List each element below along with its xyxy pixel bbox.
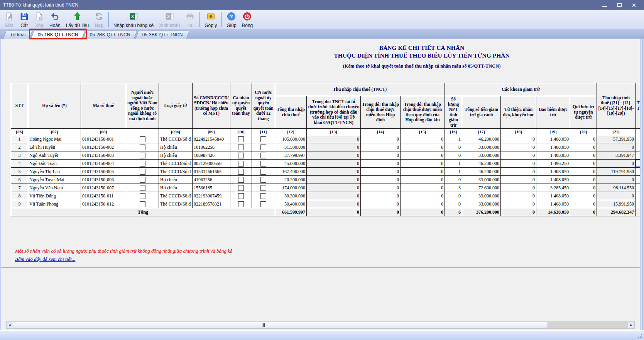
cell-foreign[interactable] xyxy=(126,192,159,200)
cell-c17[interactable]: 46.200.000 xyxy=(462,135,501,143)
cell-docnum[interactable]: 015334661665 xyxy=(193,168,230,176)
cell-c12[interactable]: 50.400.000 xyxy=(275,200,307,208)
cell-auth[interactable] xyxy=(230,168,252,176)
tab-05-2bk-qtt-tncn[interactable]: 05-2BK-QTT-TNCN xyxy=(83,30,137,39)
cell-foreign[interactable] xyxy=(126,184,159,192)
cell-c17[interactable]: 33.000.000 xyxy=(462,200,501,208)
cell-c19[interactable]: 3.285.450 xyxy=(536,184,570,192)
cell-c16[interactable]: 1 xyxy=(445,160,462,168)
cell-c12[interactable]: 20.200.000 xyxy=(275,176,307,184)
maximize-button[interactable] xyxy=(615,2,623,8)
checkbox-unchecked[interactable] xyxy=(260,177,266,183)
cell-c15[interactable]: 0 xyxy=(401,200,445,208)
cell-name[interactable]: Vũ Tuấn Phong xyxy=(28,200,81,208)
checkbox-unchecked[interactable] xyxy=(140,169,145,175)
resize-grip-icon[interactable] xyxy=(638,334,643,339)
cell-auth[interactable] xyxy=(230,143,252,151)
cell-docnum[interactable]: 15566185 xyxy=(193,184,230,192)
cell-doctype[interactable]: Thẻ CCCD/Số đ xyxy=(159,135,193,143)
checkbox-unchecked[interactable] xyxy=(260,153,266,158)
cell-c20[interactable]: 0 xyxy=(570,176,597,184)
cell-foreign[interactable] xyxy=(126,135,159,143)
cell-auth[interactable] xyxy=(230,151,252,160)
cell-c14[interactable]: 0 xyxy=(361,184,401,192)
cell-c15[interactable]: 0 xyxy=(401,143,445,151)
cell-name[interactable]: Hoàng Ngọc Mai xyxy=(28,135,81,143)
cell-c13[interactable]: 0 xyxy=(307,200,361,208)
cell-cn12[interactable] xyxy=(252,160,275,168)
checkbox-unchecked[interactable] xyxy=(238,136,244,142)
cell-auth[interactable] xyxy=(230,176,252,184)
cell-stt[interactable]: 5 xyxy=(11,168,28,176)
cell-stt[interactable]: 2 xyxy=(11,143,28,151)
cell-c14[interactable]: 0 xyxy=(361,143,401,151)
view-details-link[interactable]: Bấm vào đây để xem chi tiết... xyxy=(15,256,75,262)
cell-docnum[interactable]: 101062258 xyxy=(193,143,230,151)
cell-name[interactable]: Nguyễn Thị Lan xyxy=(28,168,81,176)
checkbox-unchecked[interactable] xyxy=(238,153,244,158)
checkbox-unchecked[interactable] xyxy=(238,201,244,207)
cell-mst[interactable]: 0101243150-011 xyxy=(81,192,126,200)
toolbar-button-dong[interactable]: Đóng xyxy=(239,11,256,29)
cell-name[interactable]: Lê Thị Huyền xyxy=(28,143,81,151)
cell-c18[interactable]: 0 xyxy=(501,168,536,176)
cell-docnum[interactable]: 002129300556 xyxy=(193,160,230,168)
cell-c19[interactable]: 1.408.050 xyxy=(536,168,570,176)
toolbar-button-nhap-khau-bang-ke[interactable]: XNhập khẩu bảng kê xyxy=(111,11,156,29)
checkbox-unchecked[interactable] xyxy=(238,169,244,175)
cell-c13[interactable]: 0 xyxy=(307,192,361,200)
cell-doctype[interactable]: Thẻ CCCD/Số đ xyxy=(159,168,193,176)
cell-c19[interactable]: 1.408.050 xyxy=(536,151,570,160)
cell-c20[interactable]: 0 xyxy=(570,160,597,168)
cell-doctype[interactable]: Thẻ CCCD/Số đ xyxy=(159,192,193,200)
cell-c18[interactable]: 0 xyxy=(501,192,536,200)
cell-c21[interactable]: 119.791.950 xyxy=(597,168,636,176)
scroll-right-arrow[interactable]: ► xyxy=(628,322,634,328)
cell-c19[interactable]: 1.408.050 xyxy=(536,135,570,143)
scrollbar-track[interactable] xyxy=(547,322,628,328)
cell-c14[interactable]: 0 xyxy=(361,151,401,160)
cell-foreign[interactable] xyxy=(126,160,159,168)
cell-auth[interactable] xyxy=(230,192,252,200)
cell-c20[interactable]: 0 xyxy=(570,135,597,143)
cell-foreign[interactable] xyxy=(126,168,159,176)
cell-mst[interactable]: 0101243150-002 xyxy=(81,143,126,151)
cell-c13[interactable]: 0 xyxy=(307,176,361,184)
cell-doctype[interactable]: Thẻ CCCD/Số đ xyxy=(159,200,193,208)
cell-foreign[interactable] xyxy=(126,151,159,160)
cell-c14[interactable]: 0 xyxy=(361,135,401,143)
cell-c21[interactable]: 57.391.950 xyxy=(597,135,636,143)
horizontal-scrollbar[interactable]: ◄ ► xyxy=(6,321,635,329)
toolbar-button-lay-du-lieu[interactable]: Lấy dữ liệu xyxy=(63,11,91,29)
cell-c16[interactable]: 3 xyxy=(445,184,462,192)
toolbar-button-hoan[interactable]: Hoãn xyxy=(47,11,63,29)
cell-c21[interactable]: 3.391.947 xyxy=(597,151,636,160)
cell-foreign[interactable] xyxy=(126,143,159,151)
cell-doctype[interactable]: Thẻ CCCD/Số đ xyxy=(159,160,193,168)
close-button[interactable]: ✕ xyxy=(630,2,638,8)
cell-doctype[interactable]: Hộ chiếu xyxy=(159,184,193,192)
checkbox-unchecked[interactable] xyxy=(140,153,145,158)
cell-c16[interactable]: 0 xyxy=(445,200,462,208)
cell-c15[interactable]: 0 xyxy=(401,176,445,184)
cell-cn12[interactable] xyxy=(252,200,275,208)
cell-name[interactable]: Nguyễn Văn Nam xyxy=(28,184,81,192)
cell-foreign[interactable] xyxy=(126,176,159,184)
cell-auth[interactable] xyxy=(230,160,252,168)
cell-mst[interactable]: 0101243150-012 xyxy=(81,200,126,208)
cell-name[interactable]: Ngô Ánh Tuyết xyxy=(28,151,81,160)
cell-c15[interactable]: 0 xyxy=(401,135,445,143)
cell-c13[interactable]: 0 xyxy=(307,151,361,160)
cell-stt[interactable]: 3 xyxy=(11,151,28,160)
checkbox-unchecked[interactable] xyxy=(140,201,145,207)
tab-05-3bk-qtt-tncn[interactable]: 05-3BK-QTT-TNCN xyxy=(135,30,190,39)
cell-docnum[interactable]: 41963256 xyxy=(193,176,230,184)
checkbox-unchecked[interactable] xyxy=(140,185,145,191)
cell-c21[interactable]: 0 xyxy=(597,143,636,151)
cell-c20[interactable]: 0 xyxy=(570,200,597,208)
cell-c12[interactable]: 31.500.000 xyxy=(275,143,307,151)
cell-c14[interactable]: 0 xyxy=(361,168,401,176)
checkbox-unchecked[interactable] xyxy=(260,169,266,175)
cell-c15[interactable]: 0 xyxy=(401,160,445,168)
cell-c20[interactable]: 0 xyxy=(570,151,597,160)
